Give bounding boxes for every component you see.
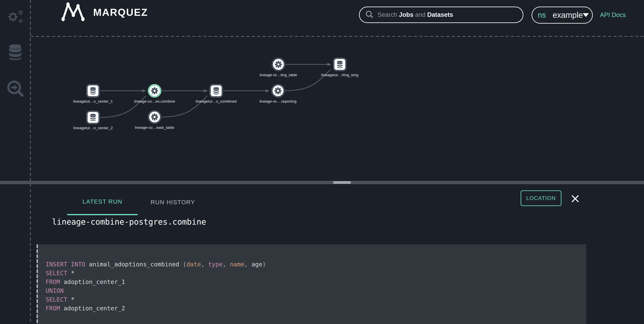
job-name: lineage-combine-postgres.combine	[52, 217, 206, 226]
sql-line: SELECT *	[46, 269, 266, 278]
chevron-down-icon	[583, 13, 589, 17]
sidebar-item-jobs[interactable]	[0, 8, 30, 25]
logo: MARQUEZ	[60, 2, 148, 23]
graph-node-s_combined[interactable]	[210, 84, 223, 98]
graph-node-n_center_1[interactable]	[86, 84, 100, 98]
graph-node-eate_table[interactable]	[148, 110, 162, 124]
header: MARQUEZ Search Jobs and Datasets ns exam…	[30, 0, 644, 36]
graph-node-label: lineage-co…eate_table	[114, 126, 194, 130]
search-placeholder: Search Jobs and Datasets	[378, 11, 453, 18]
marquez-logo-icon	[60, 2, 88, 23]
edge-eate_table-to-s_combined	[162, 96, 208, 117]
sidebar-item-events[interactable]	[0, 80, 30, 98]
graph-node-combine[interactable]	[148, 84, 162, 98]
sql-code: INSERT INTO animal_adoptions_combined (d…	[46, 260, 266, 313]
sql-line: SELECT *	[46, 295, 266, 304]
graph-node-n_center_2[interactable]	[86, 110, 100, 124]
sql-line: FROM adoption_center_1	[46, 278, 266, 286]
sql-line: INSERT INTO animal_adoptions_combined (d…	[46, 260, 266, 269]
namespace-select[interactable]: ns example	[532, 6, 593, 24]
code-block-dashed-border	[36, 244, 38, 324]
tab-run-history[interactable]: RUN HISTORY	[138, 189, 208, 215]
tab-latest-run[interactable]: LATEST RUN	[67, 189, 138, 215]
graph-node-re_reporting[interactable]	[271, 84, 285, 98]
search-input[interactable]: Search Jobs and Datasets	[359, 6, 524, 23]
graph-node-label: lineagetut…rting_long	[300, 73, 380, 77]
logo-text: MARQUEZ	[93, 6, 148, 18]
location-button[interactable]: LOCATION	[520, 190, 562, 206]
close-icon[interactable]	[571, 194, 580, 203]
sql-line: UNION	[46, 286, 266, 295]
namespace-prefix: ns	[538, 11, 546, 20]
sql-code-block: INSERT INTO animal_adoptions_combined (d…	[37, 244, 586, 324]
sql-line: FROM adoption_center_2	[46, 304, 266, 313]
detail-panel: LATEST RUN RUN HISTORY LOCATION lineage-…	[0, 184, 644, 324]
graph-node-rting_long[interactable]	[333, 58, 346, 71]
edge-re_reporting-to-rting_long	[285, 69, 331, 91]
marquez-app: { "app": {"title": "MARQUEZ"}, "palette"…	[0, 0, 644, 324]
api-docs-link[interactable]: API Docs	[600, 12, 626, 18]
graph-node-label: lineage-re….reporting	[238, 99, 318, 104]
search-arrow-icon	[7, 80, 24, 98]
graph-node-re_ting_table[interactable]	[272, 58, 285, 71]
search-icon	[365, 10, 374, 20]
detail-tabs: LATEST RUN RUN HISTORY	[67, 189, 208, 215]
database-icon	[8, 44, 23, 61]
lineage-graph[interactable]: lineagetut…n_center_1 lineage-co…es.comb…	[30, 37, 644, 180]
namespace-value: example	[552, 10, 583, 20]
panel-resize-handle[interactable]	[0, 181, 644, 184]
gears-icon	[6, 8, 25, 25]
sidebar-item-datasets[interactable]	[0, 44, 30, 61]
